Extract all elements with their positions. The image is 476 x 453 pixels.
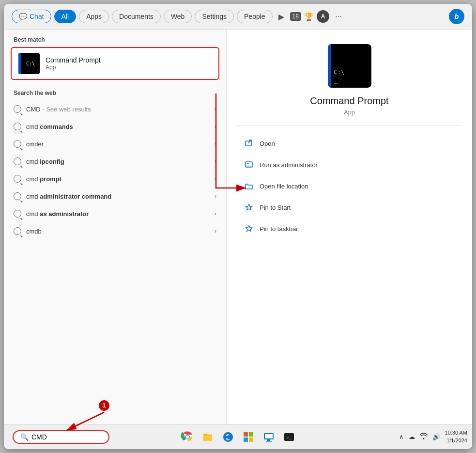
chevron-icon-1: ›	[215, 123, 216, 130]
svg-rect-11	[265, 434, 273, 438]
result-count: 18	[290, 12, 301, 21]
web-search-label: Search the web	[4, 83, 226, 100]
svg-rect-6	[244, 432, 248, 437]
volume-icon[interactable]: 🔊	[432, 433, 440, 440]
app-large-icon: C:\_	[328, 44, 371, 88]
taskbar-edge[interactable]	[219, 428, 237, 446]
search-icon-4	[14, 175, 21, 183]
search-web-item-7[interactable]: cmdb ›	[4, 222, 226, 240]
trophy-icon: 🏆	[304, 12, 314, 21]
search-item-text-5: cmd administrator command	[26, 193, 210, 200]
chevron-icon-4: ›	[215, 175, 216, 182]
search-web-item-3[interactable]: cmd ipconfig ›	[4, 153, 226, 170]
tab-chat[interactable]: 💬 Chat	[12, 10, 51, 23]
search-icon-5	[14, 192, 21, 200]
search-icon-6	[14, 210, 21, 218]
search-web-item-5[interactable]: cmd administrator command ›	[4, 187, 226, 205]
taskbar-store[interactable]	[240, 428, 257, 446]
cloud-icon[interactable]: ☁	[409, 433, 415, 440]
taskbar-right: ∧ ☁ 🔊 10:30 AM 1/1/2024	[399, 429, 467, 444]
more-button[interactable]: ···	[332, 10, 344, 23]
app-detail-type: App	[344, 109, 355, 116]
open-location-label: Open file location	[260, 183, 308, 190]
search-item-text-7: cmdb	[26, 228, 210, 235]
action-open[interactable]: Open	[236, 134, 462, 153]
bing-icon: b	[455, 13, 459, 20]
taskbar-rdp[interactable]	[260, 428, 277, 446]
play-button[interactable]: ▶	[276, 10, 287, 23]
pin-taskbar-label: Pin to taskbar	[260, 225, 298, 233]
open-label: Open	[260, 140, 275, 147]
search-item-text-4: cmd prompt	[26, 175, 210, 183]
search-item-text-0: CMD - See web results	[26, 106, 210, 113]
window-frame: 💬 Chat All Apps Documents Web Settings P…	[4, 4, 472, 449]
best-match-app-name: Command Prompt	[46, 56, 101, 64]
chevron-icon-6: ›	[215, 210, 216, 217]
taskbar-search-icon: 🔍	[20, 433, 29, 441]
action-list: Open Run as administrator	[236, 134, 462, 238]
search-web-item-0[interactable]: CMD - See web results ›	[4, 100, 226, 118]
taskbar-chrome[interactable]	[179, 428, 196, 446]
tab-web[interactable]: Web	[164, 10, 192, 23]
search-web-item-4[interactable]: cmd prompt ›	[4, 170, 226, 187]
svg-rect-12	[267, 439, 270, 441]
taskbar-search-box[interactable]: 🔍	[13, 430, 109, 444]
search-panel: 💬 Chat All Apps Documents Web Settings P…	[4, 4, 472, 30]
svg-rect-13	[266, 441, 272, 442]
action-pin-taskbar[interactable]: Pin to taskbar	[236, 219, 462, 238]
action-pin-start[interactable]: Pin to Start	[236, 198, 462, 217]
svg-rect-0	[246, 141, 251, 146]
action-run-admin[interactable]: Run as administrator	[236, 155, 462, 174]
best-match-info: Command Prompt App	[46, 56, 101, 71]
search-icon-0	[14, 105, 21, 113]
left-panel: Best match C:\ Command Prompt App Search…	[4, 30, 227, 424]
tab-people[interactable]: People	[237, 10, 273, 23]
run-admin-label: Run as administrator	[260, 161, 318, 169]
action-open-location[interactable]: Open file location	[236, 176, 462, 196]
search-web-item-2[interactable]: cmder ›	[4, 135, 226, 153]
best-match-app-type: App	[46, 64, 101, 71]
best-match-label: Best match	[4, 30, 226, 47]
search-item-text-6: cmd as administrator	[26, 210, 210, 218]
best-match-item[interactable]: C:\ Command Prompt App	[11, 47, 219, 80]
taskbar-terminal[interactable]: >_	[280, 428, 298, 446]
avatar[interactable]: A	[317, 10, 329, 23]
chevron-icon-3: ›	[215, 158, 216, 165]
time-display: 10:30 AM 1/1/2024	[445, 429, 467, 444]
taskbar-app-icons: >_	[179, 428, 298, 446]
svg-rect-9	[249, 437, 253, 442]
search-item-text-1: cmd commands	[26, 123, 210, 130]
chat-icon: 💬	[19, 13, 27, 20]
search-icon-1	[14, 123, 21, 130]
search-item-text-2: cmder	[26, 141, 210, 148]
right-panel: C:\_ Command Prompt App Open	[227, 30, 472, 424]
taskbar: 🔍	[4, 424, 472, 449]
search-web-item-6[interactable]: cmd as administrator ›	[4, 205, 226, 222]
tab-all[interactable]: All	[54, 10, 77, 23]
taskbar-files[interactable]	[199, 428, 216, 446]
search-item-text-3: cmd ipconfig	[26, 158, 210, 165]
main-content: Best match C:\ Command Prompt App Search…	[4, 30, 472, 424]
tab-documents[interactable]: Documents	[112, 10, 161, 23]
chevron-icon-7: ›	[215, 228, 216, 234]
chevron-up-icon[interactable]: ∧	[399, 433, 404, 440]
open-location-icon	[244, 181, 254, 191]
search-icon-2	[14, 140, 21, 148]
chevron-icon-0: ›	[215, 106, 216, 112]
svg-rect-8	[244, 437, 248, 442]
search-web-item-1[interactable]: cmd commands ›	[4, 118, 226, 135]
svg-rect-2	[246, 166, 252, 167]
tab-settings[interactable]: Settings	[195, 10, 234, 23]
chevron-icon-5: ›	[215, 193, 216, 200]
search-icon-7	[14, 227, 21, 235]
taskbar-search-input[interactable]	[31, 433, 90, 441]
panel-divider	[236, 125, 462, 126]
app-detail-title: Command Prompt	[310, 95, 388, 107]
wifi-icon[interactable]	[420, 433, 428, 441]
svg-rect-7	[249, 432, 253, 437]
bing-button[interactable]: b	[449, 9, 464, 24]
pin-start-icon	[244, 203, 254, 212]
pin-start-label: Pin to Start	[260, 204, 291, 211]
tab-apps[interactable]: Apps	[79, 10, 109, 23]
svg-point-5	[185, 435, 189, 438]
